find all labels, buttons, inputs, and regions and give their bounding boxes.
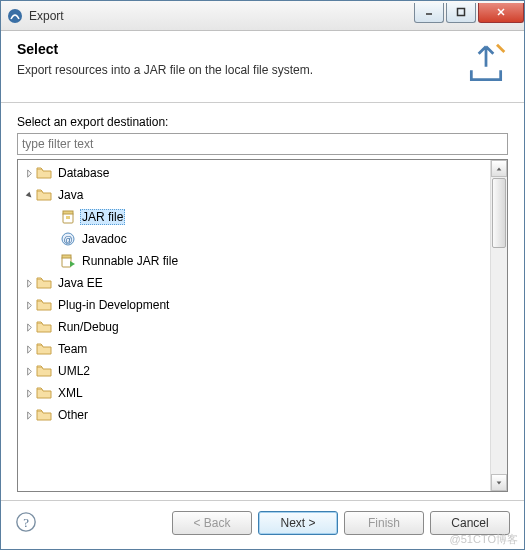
scroll-down-icon[interactable] xyxy=(491,474,507,491)
title-bar: Export xyxy=(1,1,524,31)
tree-item-label: Runnable JAR file xyxy=(80,253,180,269)
svg-rect-11 xyxy=(62,255,71,258)
tree-item[interactable]: Runnable JAR file xyxy=(18,250,490,272)
maximize-button[interactable] xyxy=(446,3,476,23)
tree-item[interactable]: @Javadoc xyxy=(18,228,490,250)
chevron-down-icon[interactable] xyxy=(22,191,36,200)
svg-rect-6 xyxy=(63,211,73,214)
chevron-right-icon[interactable] xyxy=(22,323,36,332)
tree-item-label: JAR file xyxy=(80,209,125,225)
jar-icon xyxy=(60,209,76,225)
tree-item-label: Java xyxy=(56,187,85,203)
tree-folder[interactable]: Plug-in Development xyxy=(18,294,490,316)
tree-folder[interactable]: Java xyxy=(18,184,490,206)
folder-icon xyxy=(36,407,52,423)
app-icon xyxy=(7,8,23,24)
folder-icon xyxy=(36,385,52,401)
folder-icon xyxy=(36,363,52,379)
svg-text:?: ? xyxy=(23,516,29,530)
chevron-right-icon[interactable] xyxy=(22,301,36,310)
close-button[interactable] xyxy=(478,3,524,23)
tree-item-label: Team xyxy=(56,341,89,357)
javadoc-icon: @ xyxy=(60,231,76,247)
cancel-button[interactable]: Cancel xyxy=(430,511,510,535)
page-title: Select xyxy=(17,41,456,57)
folder-icon xyxy=(36,187,52,203)
tree-item-label: Javadoc xyxy=(80,231,129,247)
wizard-body: Select an export destination: DatabaseJa… xyxy=(1,103,524,500)
scroll-thumb[interactable] xyxy=(492,178,506,248)
next-button[interactable]: Next > xyxy=(258,511,338,535)
chevron-right-icon[interactable] xyxy=(22,367,36,376)
tree-item-label: Database xyxy=(56,165,111,181)
minimize-button[interactable] xyxy=(414,3,444,23)
wizard-header: Select Export resources into a JAR file … xyxy=(1,31,524,103)
tree-folder[interactable]: Other xyxy=(18,404,490,426)
folder-icon xyxy=(36,165,52,181)
tree-folder[interactable]: Run/Debug xyxy=(18,316,490,338)
svg-rect-2 xyxy=(458,9,465,16)
tree-item[interactable]: JAR file xyxy=(18,206,490,228)
finish-button[interactable]: Finish xyxy=(344,511,424,535)
window-title: Export xyxy=(29,9,64,23)
wizard-footer: ? < Back Next > Finish Cancel xyxy=(1,500,524,549)
folder-icon xyxy=(36,275,52,291)
tree-folder[interactable]: Java EE xyxy=(18,272,490,294)
tree-item-label: Run/Debug xyxy=(56,319,121,335)
folder-icon xyxy=(36,341,52,357)
destination-label: Select an export destination: xyxy=(17,115,508,129)
svg-text:@: @ xyxy=(63,235,72,245)
chevron-right-icon[interactable] xyxy=(22,169,36,178)
tree-item-label: Java EE xyxy=(56,275,105,291)
help-icon[interactable]: ? xyxy=(15,511,39,535)
page-description: Export resources into a JAR file on the … xyxy=(17,63,456,77)
svg-point-0 xyxy=(8,9,22,23)
tree-item-label: Other xyxy=(56,407,90,423)
export-icon xyxy=(464,41,508,88)
folder-icon xyxy=(36,319,52,335)
tree-scrollbar[interactable] xyxy=(490,160,507,491)
tree-item-label: Plug-in Development xyxy=(56,297,171,313)
tree-item-label: XML xyxy=(56,385,85,401)
jar-run-icon xyxy=(60,253,76,269)
svg-rect-7 xyxy=(66,216,70,219)
chevron-right-icon[interactable] xyxy=(22,389,36,398)
destination-tree: DatabaseJavaJAR file@JavadocRunnable JAR… xyxy=(17,159,508,492)
filter-input[interactable] xyxy=(17,133,508,155)
chevron-right-icon[interactable] xyxy=(22,279,36,288)
back-button[interactable]: < Back xyxy=(172,511,252,535)
tree-item-label: UML2 xyxy=(56,363,92,379)
export-wizard-window: Export Select Export resources into a JA… xyxy=(0,0,525,550)
chevron-right-icon[interactable] xyxy=(22,345,36,354)
window-controls xyxy=(412,3,524,25)
scroll-up-icon[interactable] xyxy=(491,160,507,177)
chevron-right-icon[interactable] xyxy=(22,411,36,420)
tree-folder[interactable]: UML2 xyxy=(18,360,490,382)
folder-icon xyxy=(36,297,52,313)
tree-folder[interactable]: Database xyxy=(18,162,490,184)
tree-folder[interactable]: Team xyxy=(18,338,490,360)
tree-folder[interactable]: XML xyxy=(18,382,490,404)
